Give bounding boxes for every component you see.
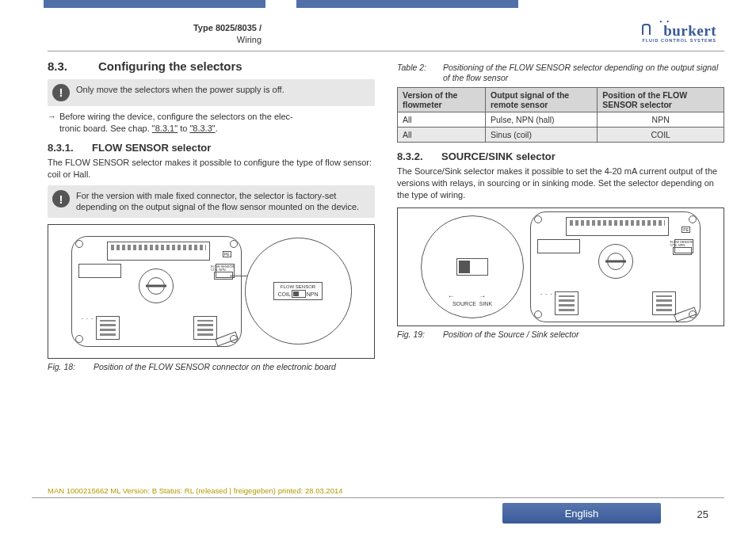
board-schematic: PE FLOW SENSORCOIL NPN - - - -	[71, 236, 242, 347]
figure-caption: Fig. 18: Position of the FLOW SENSOR con…	[48, 362, 375, 373]
warning-note: ! Only move the selectors when the power…	[48, 79, 375, 106]
figure-caption: Fig. 19: Position of the Source / Sink s…	[397, 329, 724, 341]
brand-logo: • •burkert FLUID CONTROL SYSTEMS	[642, 22, 716, 43]
selector-switch-icon	[292, 290, 306, 298]
doc-section: Wiring	[55, 34, 262, 46]
language-badge: English	[502, 503, 661, 523]
instruction-paragraph: → Before wiring the device, configure th…	[48, 111, 375, 135]
subsection-heading: 8.3.1. FLOW SENSOR selector	[48, 142, 375, 154]
table-header: Version of the flowmeter	[398, 87, 486, 112]
page-number: 25	[697, 508, 708, 520]
left-column: 8.3. Configuring the selectors ! Only mo…	[48, 59, 375, 373]
table-header: Output signal of the remote sensor	[486, 87, 598, 112]
warning-note: ! For the version with male fixed connec…	[48, 185, 375, 218]
table-cell: NPN	[598, 112, 724, 127]
table-cell: Pulse, NPN (hall)	[486, 112, 598, 127]
figure-19: ← → SOURCE SINK PE FLOW SENSORCOIL NPN -…	[397, 207, 724, 326]
table-cell: COIL	[598, 127, 724, 142]
xref-link[interactable]: "8.3.3"	[189, 124, 215, 133]
table-cell: All	[398, 112, 486, 127]
top-tabs	[0, 0, 756, 11]
table-2: Version of the flowmeter Output signal o…	[397, 87, 724, 143]
selector-switch-icon	[456, 258, 488, 276]
footer-rule	[32, 497, 724, 498]
flow-sensor-zoom: FLOW SENSOR COIL NPN	[245, 238, 352, 345]
table-caption: Table 2: Positioning of the FLOW SENSOR …	[397, 63, 724, 84]
body-paragraph: The FLOW SENSOR selector makes it possib…	[48, 157, 375, 181]
source-sink-zoom: ← → SOURCE SINK	[421, 215, 524, 318]
table-cell: Sinus (coil)	[486, 127, 598, 142]
exclamation-icon: !	[52, 84, 70, 101]
doc-type: Type 8025/8035 /	[55, 22, 262, 34]
subsection-heading: 8.3.2. SOURCE/SINK selector	[397, 150, 724, 162]
table-header: Position of the FLOW SENSOR selector	[598, 87, 724, 112]
table-cell: All	[398, 127, 486, 142]
xref-link[interactable]: "8.3.1"	[152, 124, 178, 133]
page-header: Type 8025/8035 / Wiring • •burkert FLUID…	[48, 22, 724, 46]
section-heading: 8.3. Configuring the selectors	[48, 59, 375, 73]
right-column: Table 2: Positioning of the FLOW SENSOR …	[397, 59, 724, 373]
exclamation-icon: !	[52, 190, 70, 207]
figure-18: PE FLOW SENSORCOIL NPN - - - - FLOW SENS…	[48, 224, 375, 359]
header-rule	[48, 51, 724, 51]
board-schematic: PE FLOW SENSORCOIL NPN - - - -	[530, 211, 701, 322]
footer-metadata: MAN 1000215662 ML Version: B Status: RL …	[48, 486, 343, 495]
body-paragraph: The Source/Sink selector makes it possib…	[397, 166, 724, 201]
